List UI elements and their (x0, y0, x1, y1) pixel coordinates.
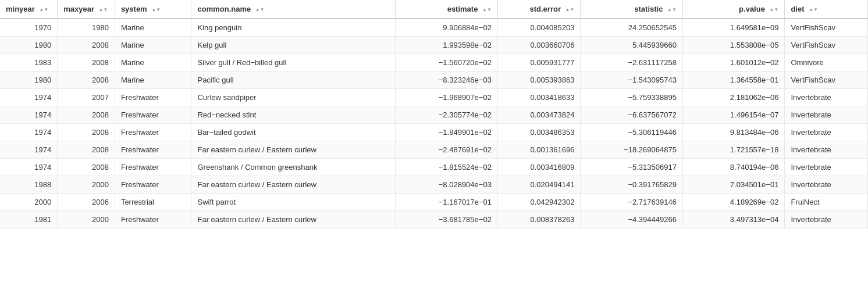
cell-maxyear: 2008 (58, 141, 115, 159)
cell-stderror: 0.003660706 (497, 37, 581, 54)
table-row: 19882000FreshwaterFar eastern curlew / E… (0, 176, 868, 194)
col-header-system-label: system (121, 5, 147, 13)
cell-diet: Invertebrate (785, 124, 868, 141)
cell-common-name: Bar−tailed godwit (191, 124, 396, 141)
cell-diet: Invertebrate (785, 106, 868, 124)
cell-common-name: Greenshank / Common greenshank (191, 159, 396, 176)
cell-pvalue: 1.721557e−18 (682, 141, 784, 159)
cell-diet: VertFishScav (785, 37, 868, 54)
sort-icon-common-name: ▲▼ (255, 8, 265, 12)
cell-pvalue: 3.497313e−04 (682, 211, 784, 228)
cell-minyear: 1970 (0, 19, 58, 37)
cell-stderror: 0.003416809 (497, 159, 581, 176)
cell-pvalue: 1.496154e−07 (682, 106, 784, 124)
cell-estimate: −2.305774e−02 (396, 106, 497, 124)
cell-estimate: −1.849901e−02 (396, 124, 497, 141)
cell-stderror: 0.005393863 (497, 72, 581, 89)
col-header-estimate-label: estimate (447, 5, 478, 13)
cell-estimate: −2.487691e−02 (396, 141, 497, 159)
cell-common-name: Far eastern curlew / Eastern curlew (191, 141, 396, 159)
cell-diet: Invertebrate (785, 176, 868, 194)
cell-statistic: −2.631117258 (581, 54, 682, 72)
col-header-system[interactable]: system ▲▼ (115, 0, 191, 19)
cell-stderror: 0.003486353 (497, 124, 581, 141)
cell-minyear: 1980 (0, 72, 58, 89)
cell-estimate: −1.560720e−02 (396, 54, 497, 72)
cell-diet: VertFishScav (785, 72, 868, 89)
table-row: 19701980MarineKing penguin9.906884e−020.… (0, 19, 868, 37)
cell-system: Freshwater (115, 141, 191, 159)
col-header-maxyear[interactable]: maxyear ▲▼ (58, 0, 115, 19)
cell-diet: Omnivore (785, 54, 868, 72)
data-table-container: minyear ▲▼ maxyear ▲▼ system ▲▼ common.n… (0, 0, 868, 228)
col-header-common-name[interactable]: common.name ▲▼ (191, 0, 396, 19)
cell-pvalue: 1.364558e−01 (682, 72, 784, 89)
cell-minyear: 1974 (0, 141, 58, 159)
sort-icon-stderror: ▲▼ (565, 8, 575, 12)
cell-system: Freshwater (115, 124, 191, 141)
cell-diet: Invertebrate (785, 141, 868, 159)
col-header-diet[interactable]: diet ▲▼ (785, 0, 868, 19)
cell-system: Marine (115, 72, 191, 89)
cell-statistic: −1.543095743 (581, 72, 682, 89)
cell-diet: FruiNect (785, 194, 868, 211)
col-header-pvalue[interactable]: p.value ▲▼ (682, 0, 784, 19)
cell-pvalue: 1.553808e−05 (682, 37, 784, 54)
data-table: minyear ▲▼ maxyear ▲▼ system ▲▼ common.n… (0, 0, 868, 228)
sort-icon-diet: ▲▼ (809, 8, 818, 12)
cell-statistic: −6.637567072 (581, 106, 682, 124)
col-header-statistic[interactable]: statistic ▲▼ (581, 0, 682, 19)
cell-stderror: 0.003473824 (497, 106, 581, 124)
col-header-estimate[interactable]: estimate ▲▼ (396, 0, 497, 19)
cell-system: Marine (115, 37, 191, 54)
col-header-minyear-label: minyear (6, 5, 35, 13)
cell-statistic: −18.269064875 (581, 141, 682, 159)
cell-maxyear: 2007 (58, 89, 115, 106)
cell-common-name: King penguin (191, 19, 396, 37)
table-row: 19742008FreshwaterFar eastern curlew / E… (0, 141, 868, 159)
cell-diet: Invertebrate (785, 159, 868, 176)
cell-common-name: Red−necked stint (191, 106, 396, 124)
cell-system: Freshwater (115, 176, 191, 194)
cell-estimate: −8.028904e−03 (396, 176, 497, 194)
cell-system: Marine (115, 19, 191, 37)
cell-system: Freshwater (115, 211, 191, 228)
cell-common-name: Far eastern curlew / Eastern curlew (191, 176, 396, 194)
sort-icon-statistic: ▲▼ (667, 8, 677, 12)
cell-common-name: Curlew sandpiper (191, 89, 396, 106)
cell-diet: VertFishScav (785, 19, 868, 37)
cell-minyear: 1983 (0, 54, 58, 72)
sort-icon-system: ▲▼ (151, 8, 161, 12)
cell-system: Marine (115, 54, 191, 72)
cell-statistic: 5.445939660 (581, 37, 682, 54)
col-header-minyear[interactable]: minyear ▲▼ (0, 0, 58, 19)
cell-stderror: 0.003418633 (497, 89, 581, 106)
cell-estimate: 1.993598e−02 (396, 37, 497, 54)
col-header-stderror[interactable]: std.error ▲▼ (497, 0, 581, 19)
cell-minyear: 2000 (0, 194, 58, 211)
cell-pvalue: 8.740194e−06 (682, 159, 784, 176)
col-header-maxyear-label: maxyear (63, 5, 94, 13)
cell-maxyear: 2008 (58, 72, 115, 89)
col-header-diet-label: diet (791, 5, 804, 13)
cell-estimate: 9.906884e−02 (396, 19, 497, 37)
cell-common-name: Silver gull / Red−billed gull (191, 54, 396, 72)
cell-minyear: 1974 (0, 159, 58, 176)
sort-icon-estimate: ▲▼ (482, 8, 492, 12)
cell-pvalue: 1.649581e−09 (682, 19, 784, 37)
cell-maxyear: 1980 (58, 19, 115, 37)
cell-common-name: Swift parrot (191, 194, 396, 211)
table-row: 20002006TerrestrialSwift parrot−1.167017… (0, 194, 868, 211)
col-header-common-name-label: common.name (197, 5, 251, 13)
cell-diet: Invertebrate (785, 211, 868, 228)
cell-pvalue: 9.813484e−06 (682, 124, 784, 141)
cell-system: Freshwater (115, 106, 191, 124)
cell-statistic: −5.313506917 (581, 159, 682, 176)
table-row: 19802008MarineKelp gull1.993598e−020.003… (0, 37, 868, 54)
cell-stderror: 0.001361696 (497, 141, 581, 159)
table-header-row: minyear ▲▼ maxyear ▲▼ system ▲▼ common.n… (0, 0, 868, 19)
cell-maxyear: 2008 (58, 124, 115, 141)
sort-icon-maxyear: ▲▼ (99, 8, 108, 12)
cell-stderror: 0.005931777 (497, 54, 581, 72)
cell-stderror: 0.004085203 (497, 19, 581, 37)
